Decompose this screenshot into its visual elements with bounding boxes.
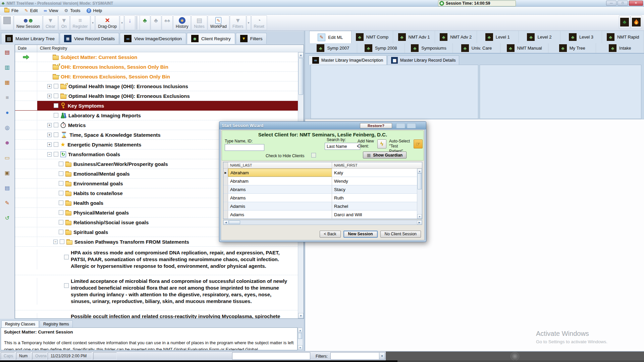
tree-row-statement[interactable]: Limited acceptance of microbial flora an… bbox=[15, 275, 298, 310]
scroll-down-arrow[interactable]: ▼ bbox=[298, 313, 304, 318]
tree-row-selected[interactable]: Key Symptoms bbox=[15, 101, 298, 111]
checkbox[interactable] bbox=[59, 220, 63, 225]
checkbox[interactable] bbox=[59, 191, 63, 195]
tree-row[interactable]: OHI: Erroneous Inclusions, Session Only … bbox=[15, 62, 298, 72]
workpad-button[interactable]: ✎ WorkPad bbox=[208, 15, 229, 30]
tree-gray-button[interactable]: ♣ bbox=[151, 15, 161, 30]
dialog-inactive-button-2[interactable] bbox=[407, 123, 416, 128]
tab-level-1[interactable]: ♣Level 1 bbox=[477, 31, 519, 43]
tab-registry-classes[interactable]: Registry Classes bbox=[1, 320, 39, 327]
expand-toggle[interactable]: + bbox=[47, 142, 52, 147]
menu-help[interactable]: ? Help bbox=[84, 7, 105, 14]
hscroll-thumb[interactable] bbox=[229, 221, 240, 224]
checkbox[interactable] bbox=[54, 132, 58, 137]
notes-button[interactable]: ▤ Notes bbox=[191, 15, 207, 30]
tab-filters[interactable]: ▼ Filters bbox=[236, 33, 267, 44]
tree-row-statement[interactable]: Possible occult infection and related cr… bbox=[15, 310, 298, 318]
table-row[interactable]: Abrams Stacy bbox=[223, 185, 417, 194]
status-input[interactable] bbox=[232, 352, 310, 360]
tab-symp-2008[interactable]: ♣Symp 2008 bbox=[357, 43, 405, 53]
tab-symposiums[interactable]: ♣Symposiums bbox=[405, 43, 453, 53]
tab-nmt-rapid[interactable]: ♣NMT Rapid bbox=[602, 31, 644, 43]
checkbox[interactable] bbox=[60, 239, 64, 244]
restore-button[interactable]: Restore? bbox=[360, 123, 392, 128]
tab-level-3[interactable]: ♣Level 3 bbox=[560, 31, 602, 43]
drag-drop-dropdown-arrow[interactable]: ▼ bbox=[120, 15, 124, 30]
tab-master-library-tree[interactable]: ▤ Master Library Tree bbox=[1, 33, 59, 44]
back-button[interactable]: < Back bbox=[320, 231, 341, 238]
scroll-thumb[interactable] bbox=[299, 58, 303, 95]
show-guardian-button[interactable]: ▦ Show Guardian bbox=[363, 152, 407, 159]
scroll-thumb[interactable] bbox=[418, 173, 422, 189]
register-dropdown-arrow[interactable]: ▼ bbox=[91, 15, 95, 30]
dialog-inactive-button-1[interactable] bbox=[396, 123, 405, 128]
my-tree-button[interactable]: ♣ bbox=[619, 15, 630, 29]
intake-button[interactable] bbox=[631, 15, 642, 29]
expand-toggle[interactable]: + bbox=[47, 133, 52, 137]
tab-nmt-adv-2[interactable]: ♣NMT Adv 2 bbox=[435, 31, 477, 43]
checkbox[interactable] bbox=[54, 84, 58, 88]
tree-row-statement[interactable]: HPA axis stress mode and compromised DNA… bbox=[15, 247, 298, 275]
scroll-left-arrow[interactable]: ◀ bbox=[223, 220, 228, 225]
tab-level-2[interactable]: ♣Level 2 bbox=[519, 31, 560, 43]
on-button[interactable]: ▼ On bbox=[58, 15, 70, 30]
clear-button[interactable]: ▼ Clear bbox=[43, 15, 58, 30]
menu-tools[interactable]: ⚙ Tools bbox=[61, 7, 84, 14]
tab-univ-care[interactable]: ♣Univ. Care bbox=[453, 43, 501, 53]
table-row[interactable]: Adamis Rachel bbox=[223, 202, 417, 210]
library-icon[interactable]: ▤ bbox=[3, 48, 12, 57]
date-column-header[interactable]: Date bbox=[15, 45, 37, 52]
table-scrollbar[interactable]: ▲ ▼ bbox=[417, 169, 422, 219]
scroll-thumb[interactable] bbox=[298, 333, 302, 339]
table-row-selected[interactable]: ▶ Abraham Katy bbox=[223, 169, 417, 177]
auto-select-button[interactable]: ☞ bbox=[414, 139, 423, 148]
records-icon[interactable]: ▥ bbox=[3, 63, 12, 72]
client-registry-column-header[interactable]: Client Registry bbox=[37, 45, 304, 52]
name-last-header[interactable]: NAME_LAST bbox=[228, 162, 332, 168]
tab-edit-ml[interactable]: ✎Edit ML bbox=[309, 31, 352, 43]
globe-icon[interactable]: ● bbox=[3, 108, 12, 117]
expand-toggle[interactable]: + bbox=[47, 94, 52, 98]
new-session-button[interactable]: ☻☻ New Session bbox=[14, 15, 43, 30]
checkbox[interactable] bbox=[59, 230, 63, 234]
sync-icon[interactable]: ↺ bbox=[3, 214, 12, 223]
square-icon[interactable]: ■ bbox=[3, 93, 12, 102]
pages-icon[interactable]: ▤ bbox=[3, 184, 12, 192]
tab-nmt-adv-1[interactable]: ♣NMT Adv 1 bbox=[393, 31, 435, 43]
close-button[interactable]: ✕ bbox=[629, 1, 643, 6]
trees-gray-button[interactable]: ♣♣ bbox=[162, 15, 173, 30]
table-row[interactable]: Adams Darci and Will bbox=[223, 210, 417, 219]
scroll-up-arrow[interactable]: ▲ bbox=[298, 52, 304, 58]
filters-dropdown[interactable]: ▼ bbox=[330, 352, 385, 360]
filters-button[interactable]: ▼ Filters bbox=[230, 15, 246, 30]
type-name-input[interactable] bbox=[225, 144, 264, 151]
dialog-title-bar[interactable]: Start Session Wizard bbox=[219, 122, 426, 129]
menu-file[interactable]: File bbox=[1, 7, 21, 14]
collapse-toggle[interactable]: − bbox=[53, 240, 58, 244]
menu-view[interactable]: ∞ View bbox=[41, 7, 61, 14]
description-scrollbar[interactable]: ▲ ▼ bbox=[298, 327, 303, 350]
checkbox[interactable] bbox=[59, 200, 63, 205]
name-first-header[interactable]: NAME_FIRST bbox=[332, 162, 422, 168]
checkbox[interactable] bbox=[59, 181, 63, 186]
tree-view-button[interactable]: ♣ bbox=[140, 15, 150, 30]
menu-edit[interactable]: ✎ Edit bbox=[21, 7, 41, 14]
checkbox[interactable] bbox=[54, 103, 58, 108]
reset-button[interactable]: ◔ Reset bbox=[251, 15, 267, 30]
clipboard-icon[interactable]: ▦ bbox=[3, 78, 12, 87]
scroll-up-arrow[interactable]: ▲ bbox=[298, 328, 303, 333]
table-hscrollbar[interactable]: ◀ ▶ bbox=[223, 220, 422, 225]
checkbox[interactable] bbox=[64, 283, 69, 288]
tree-row[interactable]: + Optimal Health Image (OHI): Erroneous … bbox=[15, 81, 298, 91]
scroll-right-arrow[interactable]: ▶ bbox=[417, 220, 422, 225]
drag-drop-button[interactable]: ✕ Drag-Drop bbox=[95, 15, 119, 30]
card-icon[interactable]: ▭ bbox=[3, 154, 12, 162]
tab-view-record-details[interactable]: ▦ View Record Details bbox=[60, 33, 119, 44]
tab-view-image-description[interactable]: ∞ View Image/Description bbox=[120, 33, 186, 44]
tab-nmt-manual[interactable]: ♣NMT Manual bbox=[500, 43, 548, 53]
tab-ml-record-details[interactable]: ▦ Master Library Record Details bbox=[387, 55, 459, 65]
history-button[interactable]: ☻ History bbox=[173, 15, 191, 30]
tab-symp-2007[interactable]: ♣Symp 2007 bbox=[309, 43, 357, 53]
minimize-button[interactable]: — bbox=[606, 1, 616, 6]
restore-window-button[interactable]: □ bbox=[618, 1, 628, 6]
